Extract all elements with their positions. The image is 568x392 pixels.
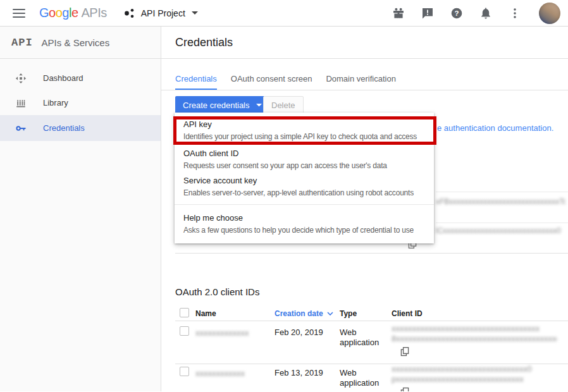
more-vert-icon[interactable]	[509, 7, 521, 20]
type-cell: Web application	[340, 368, 385, 388]
creation-date-cell: Feb 20, 2019	[275, 328, 323, 337]
column-header-name: Name	[195, 309, 216, 318]
select-all-checkbox[interactable]	[180, 308, 189, 317]
logo-letter: g	[62, 6, 69, 20]
redacted-api-key-row: xFBxxxxxxxxxxxxxxxxxxxxxxxxxxxxxTc	[436, 197, 565, 207]
menu-item-service-account-key[interactable]: Service account key Enables server-to-se…	[183, 176, 430, 197]
menu-item-description: Asks a few questions to help you decide …	[183, 226, 430, 235]
sidebar-nav: Dashboard Library Credentials	[0, 59, 161, 141]
help-icon[interactable]: ?	[450, 7, 463, 20]
menu-divider	[175, 204, 434, 205]
hamburger-menu-icon[interactable]	[13, 9, 25, 18]
tab-oauth-consent-screen[interactable]: OAuth consent screen	[231, 74, 312, 90]
project-cluster-icon	[123, 7, 136, 20]
page-title: Credentials	[175, 36, 233, 49]
svg-text:?: ?	[454, 9, 459, 17]
header-divider	[161, 58, 568, 59]
redacted-client-name: xxxxxxxxxxxxxx	[195, 328, 249, 338]
chevron-down-icon	[256, 104, 262, 107]
account-avatar[interactable]	[539, 3, 560, 24]
project-name: API Project	[141, 8, 185, 18]
product-title: APIs & Services	[42, 37, 110, 48]
type-cell: Web application	[340, 328, 385, 348]
column-header-creation-date[interactable]: Creation date	[275, 309, 333, 318]
redacted-client-id: xxxxxxxxxxxxxxxxxxxxxxxxxxxxxxxxxxxx	[392, 324, 557, 334]
menu-item-title: OAuth client ID	[183, 149, 430, 158]
row-checkbox[interactable]	[180, 326, 189, 336]
sidebar: API APIs & Services Dashboard Library	[0, 27, 161, 391]
menu-item-title: API key	[183, 119, 430, 129]
main-content: Credentials Credentials OAuth consent sc…	[161, 27, 568, 391]
menu-item-description: Requests user consent so your app can ac…	[183, 161, 430, 170]
key-icon	[15, 123, 27, 134]
sidebar-header: API APIs & Services	[0, 27, 161, 59]
row-divider	[436, 192, 568, 192]
redacted-api-key-row: lCxxxxxxxxxxxxxxxxxxxxxxxxxxxxxx0	[436, 226, 565, 236]
gift-icon[interactable]	[392, 7, 405, 20]
tab-credentials[interactable]: Credentials	[175, 74, 217, 90]
column-header-label: Creation date	[275, 309, 323, 318]
tab-bar: Credentials OAuth consent screen Domain …	[175, 74, 396, 90]
project-selector[interactable]: API Project	[123, 7, 203, 20]
row-divider	[436, 223, 568, 223]
sidebar-item-credentials[interactable]: Credentials	[0, 115, 161, 141]
redacted-client-id: xxxxxxxxxxxxxxxxxxxxxxxxxxxxxxxxx0	[392, 364, 557, 374]
chevron-down-icon	[192, 11, 198, 15]
tabs-divider	[161, 90, 568, 90]
oauth-clients-section-title: OAuth 2.0 client IDs	[175, 286, 259, 297]
menu-item-title: Service account key	[183, 176, 430, 185]
menu-item-description: Identifies your project using a simple A…	[183, 132, 430, 141]
create-credentials-label: Create credentials	[183, 101, 250, 110]
sort-chevron-down-icon	[327, 312, 333, 315]
redacted-client-name: xxxxxxxxxxxx	[195, 369, 249, 378]
sidebar-item-dashboard[interactable]: Dashboard	[0, 66, 161, 90]
create-credentials-button[interactable]: Create credentials	[175, 96, 269, 114]
logo-suffix: APIs	[82, 6, 107, 20]
logo-letter: G	[39, 6, 49, 20]
creation-date-cell: Feb 13, 2019	[275, 368, 323, 377]
copy-icon[interactable]	[400, 387, 410, 391]
feedback-icon[interactable]	[421, 7, 434, 20]
logo-letter: o	[49, 6, 56, 20]
top-app-bar: Google APIs API Project ?	[0, 0, 568, 27]
menu-item-help-me-choose[interactable]: Help me choose Asks a few questions to h…	[183, 213, 430, 235]
library-icon	[15, 97, 27, 109]
table-header-divider	[175, 321, 568, 321]
create-credentials-menu: API key Identifies your project using a …	[175, 113, 434, 243]
tab-domain-verification[interactable]: Domain verification	[326, 74, 396, 90]
sidebar-item-label: Library	[43, 98, 68, 107]
redacted-client-id: pxxxxxxxxxxxxxxxxxxxxxxxxxxxxxxx	[392, 374, 557, 384]
row-checkbox[interactable]	[180, 367, 189, 376]
sidebar-item-library[interactable]: Library	[0, 90, 161, 115]
column-header-type: Type	[340, 309, 357, 318]
api-product-glyph: API	[11, 37, 33, 49]
menu-item-oauth-client-id[interactable]: OAuth client ID Requests user consent so…	[183, 149, 430, 170]
dashboard-icon	[15, 73, 27, 84]
menu-item-description: Enables server-to-server, app-level auth…	[183, 188, 430, 197]
google-apis-logo[interactable]: Google APIs	[39, 6, 107, 20]
sidebar-item-label: Dashboard	[43, 73, 83, 83]
redacted-client-id: 8xxxxxxxxxxxxxxxxxxxxxxxxxxxxxxxxxxxxxxx…	[392, 334, 557, 344]
menu-item-api-key[interactable]: API key Identifies your project using a …	[183, 119, 430, 141]
copy-icon[interactable]	[400, 346, 410, 357]
logo-letter: o	[56, 6, 63, 20]
sidebar-item-label: Credentials	[43, 123, 85, 133]
section-divider	[175, 253, 568, 254]
column-header-client-id: Client ID	[392, 309, 423, 318]
delete-button[interactable]: Delete	[263, 96, 304, 114]
notifications-bell-icon[interactable]	[479, 7, 492, 20]
logo-letter: e	[71, 6, 78, 20]
menu-item-title: Help me choose	[183, 213, 430, 223]
authentication-documentation-link[interactable]: e authentication documentation.	[437, 123, 553, 133]
